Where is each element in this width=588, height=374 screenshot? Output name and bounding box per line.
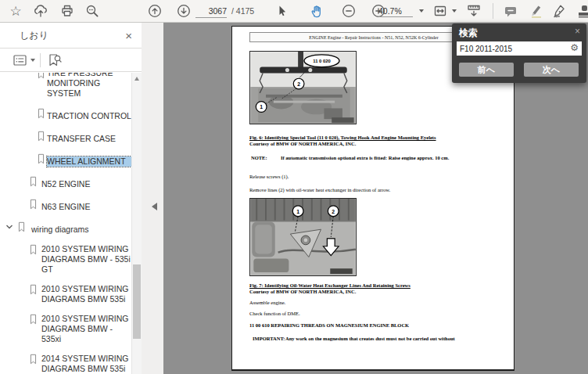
comment-icon [503, 3, 518, 19]
bookmark-item-2010-wiring-535i-gt[interactable]: 2010 SYSTEM WIRING DIAGRAMS BMW - 535i G… [0, 244, 142, 275]
print-button[interactable] [58, 2, 77, 20]
printer-icon [59, 3, 75, 19]
hand-tool-button[interactable] [308, 2, 327, 20]
find-dialog-title: 検索 [459, 27, 478, 40]
tools-divider [40, 53, 41, 67]
bookmark-options-icon[interactable] [13, 53, 27, 67]
bookmark-icon [17, 221, 26, 232]
figure-7-id-tag [330, 268, 352, 274]
star-icon: ☆ [9, 5, 21, 18]
para-assemble-engine: Assemble engine. [249, 300, 285, 306]
bookmark-item-transfer-case[interactable]: TRANSFER CASE [0, 131, 142, 145]
para-check-dme: Check function of DME. [249, 311, 300, 317]
para-remove-lines: Remove lines (2) with oil-water heat exc… [249, 187, 390, 193]
zoom-level-value[interactable]: 40.7% [378, 6, 413, 17]
fill-sign-button[interactable] [550, 2, 568, 20]
figure-7-caption: Fig. 7: Identifying Oil-Water Heat Excha… [249, 282, 411, 289]
bookmark-item-n63-engine[interactable]: N63 ENGINE [0, 199, 142, 213]
close-icon[interactable]: × [125, 29, 132, 42]
fit-width-icon [432, 3, 448, 19]
fit-width-button[interactable] [431, 2, 450, 20]
bookmark-list: TIRE PRESSURE MONITORING SYSTEM TRACTION… [0, 73, 142, 374]
para-release-screws: Release screws (1). [249, 174, 289, 180]
bookmark-item-2014-wiring-535i-gt-xdrive[interactable]: 2014 SYSTEM WIRING DIAGRAMS BMW 535i GT … [0, 354, 142, 374]
bookmarks-panel-header: しおり × [0, 23, 142, 49]
scroll-mode-button[interactable] [464, 2, 483, 20]
cloud-upload-icon [33, 3, 48, 19]
bookmarks-toolbar [0, 49, 142, 72]
figure-6-courtesy: Courtesy of BMW OF NORTH AMERICA, INC. [249, 141, 356, 147]
panel-collapse-strip [142, 23, 163, 374]
figure-6-id-tag [332, 117, 353, 123]
important-label: IMPORTANT: [253, 336, 285, 342]
cloud-upload-button[interactable] [31, 2, 50, 20]
bookmarks-panel-title: しおり [20, 29, 125, 42]
gear-icon[interactable]: ⚙ [570, 43, 579, 52]
previous-page-button[interactable] [145, 2, 164, 20]
stamp-icon [577, 3, 588, 19]
section-heading: 11 00 610 REPAIRING THREADS ON MAGNESIUM… [249, 322, 409, 329]
bookmark-item-wiring-diagrams[interactable]: wiring diagrams [0, 221, 142, 236]
bookmark-icon [29, 354, 38, 365]
bookmark-item-wheel-alignment[interactable]: WHEEL ALIGNMENT [0, 153, 142, 167]
toolbar-divider [493, 3, 493, 19]
search-icon [84, 3, 100, 19]
select-tool-button[interactable] [272, 2, 291, 20]
bookmark-icon [29, 176, 38, 187]
bookmark-icon [29, 284, 38, 295]
next-page-button[interactable] [174, 2, 193, 20]
page-total-label: / 4175 [231, 6, 254, 16]
selected-bookmark-label: WHEEL ALIGNMENT [47, 156, 133, 167]
sidebar-scrollbar[interactable] [131, 73, 142, 374]
figure-6-callout-2: 2 [297, 81, 300, 87]
find-next-button[interactable]: 次へ [524, 63, 579, 77]
bookmark-icon [29, 199, 38, 210]
note-text: If automatic transmission optional extra… [281, 155, 449, 161]
figure-6-callout-1: 1 [260, 104, 263, 110]
bookmark-icon [29, 314, 38, 325]
top-toolbar: ☆ / 4175 [0, 0, 588, 23]
chevron-down-icon[interactable] [5, 224, 13, 230]
figure-6-tool-label: 11 0 020 [313, 59, 331, 63]
comment-button[interactable] [501, 2, 520, 20]
bookmark-icon [37, 153, 45, 164]
close-icon[interactable]: × [575, 26, 580, 37]
pointer-icon [274, 3, 289, 19]
zoom-dropdown-caret-icon[interactable] [419, 9, 424, 13]
bookmark-item-2010-wiring-535xi[interactable]: 2010 SYSTEM WIRING DIAGRAMS BMW - 535xi [0, 314, 142, 345]
stamp-button[interactable] [577, 2, 588, 20]
arrow-down-circle-icon [176, 3, 192, 19]
collapse-panel-icon[interactable] [152, 203, 157, 210]
bookmark-item-traction-control[interactable]: TRACTION CONTROL [0, 108, 142, 122]
hand-icon [310, 3, 325, 19]
find-dialog: 検索 × ⚙ 前へ 次へ [452, 23, 586, 83]
figure-7-callout-1: 1 [296, 209, 299, 214]
page-number-input[interactable] [195, 4, 227, 18]
highlighter-icon [529, 3, 544, 19]
find-previous-button[interactable]: 前へ [459, 63, 514, 77]
options-caret-icon[interactable] [30, 59, 35, 62]
bookmark-item-2010-wiring-535i[interactable]: 2010 SYSTEM WIRING DIAGRAMS BMW 535i [0, 284, 142, 305]
fit-dropdown-caret-icon[interactable] [452, 9, 457, 13]
find-query-input[interactable] [457, 41, 582, 56]
bookmarks-panel: しおり × TIRE PRESSURE MONITORING SYSTEM TR… [0, 23, 142, 374]
find-current-bookmark-icon[interactable] [47, 53, 63, 67]
arrow-up-circle-icon [147, 3, 163, 19]
search-tool-button[interactable] [83, 2, 102, 20]
bookmark-item-n52-engine[interactable]: N52 ENGINE [0, 176, 142, 190]
minus-circle-icon [341, 3, 357, 19]
figure-7-courtesy: Courtesy of BMW OF NORTH AMERICA, INC. [249, 289, 356, 295]
zoom-out-button[interactable] [339, 2, 358, 20]
figure-7-image: 1 2 [249, 198, 357, 276]
favorite-star-button[interactable]: ☆ [6, 2, 25, 20]
continuous-scroll-icon [466, 3, 482, 19]
scrollbar-up-button[interactable] [132, 73, 142, 84]
highlight-button[interactable] [527, 2, 546, 20]
bookmark-item-tire-pressure[interactable]: TIRE PRESSURE MONITORING SYSTEM [0, 73, 142, 99]
figure-6-caption: Fig. 6: Identifying Special Tool (11 0 0… [249, 135, 436, 141]
note-label: NOTE: [251, 155, 267, 161]
scrollbar-thumb[interactable] [133, 264, 141, 339]
fountain-pen-icon [551, 3, 567, 19]
bookmark-icon [37, 131, 45, 142]
figure-7-callout-2: 2 [332, 209, 335, 214]
